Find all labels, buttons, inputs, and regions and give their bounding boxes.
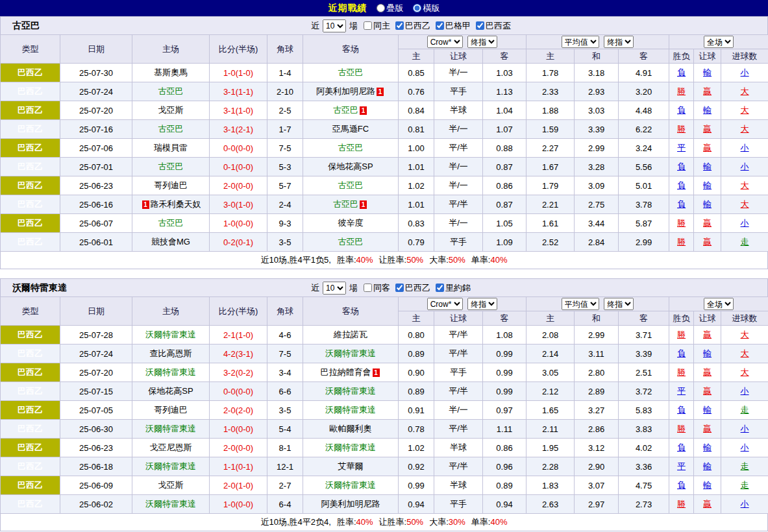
away-team-name[interactable]: 古亞巴	[333, 105, 358, 115]
match-score[interactable]: 3-1(1-0)	[210, 101, 267, 120]
result-winlose[interactable]: 負	[669, 345, 694, 363]
filter-option[interactable]: 巴西乙	[395, 20, 430, 32]
result-goals[interactable]: 大	[721, 120, 768, 139]
result-winlose[interactable]: 勝	[669, 363, 694, 382]
home-team-name[interactable]: 路禾利桑天奴	[151, 199, 201, 209]
handicap-stage-select[interactable]: 终指	[467, 298, 497, 310]
result-handicap[interactable]: 贏	[694, 139, 721, 158]
home-team-name[interactable]: 戈亞尼恩斯	[150, 442, 192, 452]
match-score[interactable]: 2-1(1-0)	[210, 326, 267, 345]
away-team-name[interactable]: 艾華爾	[338, 461, 364, 471]
result-winlose[interactable]: 平	[669, 382, 694, 401]
result-winlose[interactable]: 勝	[669, 495, 694, 514]
away-team-name[interactable]: 維拉諾瓦	[334, 330, 367, 339]
match-score[interactable]: 4-2(3-1)	[210, 345, 267, 363]
result-goals[interactable]: 大	[721, 101, 768, 120]
fulltime-select[interactable]: 全场	[704, 36, 734, 48]
away-team-name[interactable]: 沃爾特雷東達	[325, 480, 376, 490]
result-goals[interactable]: 小	[721, 439, 768, 457]
result-goals[interactable]: 大	[721, 326, 768, 345]
result-handicap[interactable]: 輸	[694, 195, 721, 214]
stacked-view-radio[interactable]	[377, 4, 385, 12]
result-handicap[interactable]: 輸	[694, 176, 721, 195]
home-team-name[interactable]: 戈亞斯	[158, 105, 184, 115]
match-score[interactable]: 3-0(1-0)	[210, 195, 267, 214]
result-handicap[interactable]: 輸	[694, 457, 721, 476]
result-winlose[interactable]: 勝	[669, 326, 694, 345]
home-team-name[interactable]: 瑞模貝雷	[154, 143, 188, 152]
result-winlose[interactable]: 負	[669, 439, 694, 457]
result-handicap[interactable]: 輸	[694, 345, 721, 363]
away-team-name[interactable]: 保地花高SP	[328, 162, 373, 171]
away-team-name[interactable]: 阿美利加明尼路	[321, 499, 380, 509]
home-team-name[interactable]: 查比高恩斯	[150, 348, 192, 358]
away-team-name[interactable]: 沃爾特雷東達	[325, 348, 376, 358]
result-winlose[interactable]: 平	[669, 139, 694, 158]
filter-option[interactable]: 同客	[364, 282, 390, 294]
match-score[interactable]: 1-0(0-0)	[210, 495, 267, 514]
away-team-name[interactable]: 沃爾特雷東達	[325, 386, 376, 396]
result-handicap[interactable]: 輸	[694, 101, 721, 120]
home-team-name[interactable]: 保地花高SP	[148, 386, 193, 396]
home-team-name[interactable]: 沃爾特雷東達	[145, 499, 196, 509]
result-handicap[interactable]: 輸	[694, 401, 721, 420]
result-winlose[interactable]: 勝	[669, 82, 694, 101]
match-score[interactable]: 2-0(1-0)	[210, 476, 267, 495]
result-goals[interactable]: 小	[721, 420, 768, 439]
filter-option[interactable]: 巴格甲	[436, 20, 471, 32]
odds-company-select[interactable]: Crow*	[427, 298, 463, 310]
result-winlose[interactable]: 勝	[669, 120, 694, 139]
average-select[interactable]: 平均值	[562, 36, 599, 48]
result-goals[interactable]: 大	[721, 176, 768, 195]
result-handicap[interactable]: 贏	[694, 214, 721, 233]
away-team-name[interactable]: 亞馬遜FC	[332, 124, 369, 134]
games-count-select[interactable]: 10	[323, 19, 346, 32]
result-goals[interactable]: 大	[721, 345, 768, 363]
result-winlose[interactable]: 勝	[669, 233, 694, 252]
filter-option[interactable]: 巴西盃	[476, 20, 511, 32]
match-score[interactable]: 1-1(0-1)	[210, 457, 267, 476]
away-team-name[interactable]: 古亞巴	[338, 180, 364, 190]
filter-checkbox[interactable]	[436, 21, 444, 30]
match-score[interactable]: 3-1(1-1)	[210, 82, 267, 101]
result-goals[interactable]: 小	[721, 495, 768, 514]
result-handicap[interactable]: 輸	[694, 158, 721, 176]
home-team-name[interactable]: 古亞巴	[158, 218, 184, 228]
result-handicap[interactable]: 贏	[694, 382, 721, 401]
average-select[interactable]: 平均值	[562, 298, 599, 310]
result-handicap[interactable]: 贏	[694, 326, 721, 345]
result-winlose[interactable]: 負	[669, 101, 694, 120]
filter-checkbox[interactable]	[395, 21, 404, 30]
filter-option[interactable]: 巴西乙	[395, 282, 430, 294]
europe-stage-select[interactable]: 终指	[604, 36, 634, 48]
result-goals[interactable]: 走	[721, 476, 768, 495]
away-team-name[interactable]: 古亞巴	[338, 143, 364, 152]
odds-company-select[interactable]: Crow*	[427, 36, 463, 48]
away-team-name[interactable]: 巴拉納體育會	[321, 367, 371, 377]
filter-checkbox[interactable]	[476, 21, 484, 30]
home-team-name[interactable]: 沃爾特雷東達	[145, 424, 196, 433]
match-score[interactable]: 2-0(0-0)	[210, 176, 267, 195]
away-team-name[interactable]: 沃爾特雷東達	[325, 442, 376, 452]
match-score[interactable]: 1-0(0-0)	[210, 214, 267, 233]
match-score[interactable]: 0-0(0-0)	[210, 382, 267, 401]
filter-checkbox[interactable]	[364, 21, 372, 30]
result-goals[interactable]: 小	[721, 139, 768, 158]
filter-checkbox[interactable]	[395, 284, 404, 292]
fulltime-select[interactable]: 全场	[704, 298, 734, 310]
filter-option[interactable]: 同主	[364, 20, 390, 32]
home-team-name[interactable]: 戈亞斯	[158, 480, 184, 490]
home-team-name[interactable]: 古亞巴	[158, 162, 184, 171]
match-score[interactable]: 0-0(0-0)	[210, 139, 267, 158]
result-handicap[interactable]: 贏	[694, 420, 721, 439]
home-team-name[interactable]: 哥列迪巴	[154, 180, 188, 190]
result-handicap[interactable]: 輸	[694, 476, 721, 495]
result-winlose[interactable]: 負	[669, 476, 694, 495]
result-goals[interactable]: 小	[721, 158, 768, 176]
result-goals[interactable]: 大	[721, 82, 768, 101]
europe-stage-select[interactable]: 终指	[604, 298, 634, 310]
away-team-name[interactable]: 古亞巴	[338, 237, 364, 247]
result-goals[interactable]: 小	[721, 214, 768, 233]
view-option-stacked[interactable]: 疊版	[377, 3, 404, 14]
result-goals[interactable]: 大	[721, 195, 768, 214]
